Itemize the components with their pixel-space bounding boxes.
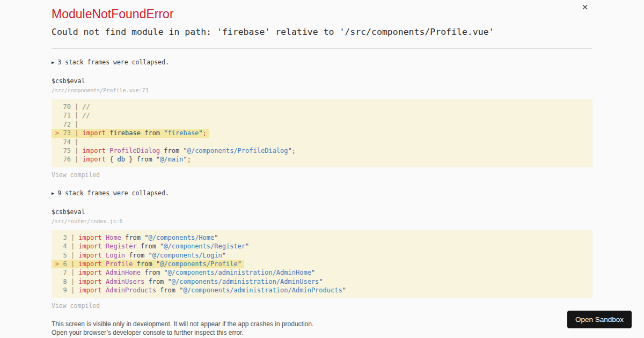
collapsed-frames-toggle-1[interactable]: ▶3 stack frames were collapsed. xyxy=(52,58,592,67)
code-line: > 73 | import firebase from "firebase"; xyxy=(52,129,592,137)
stack-frame-1: ▶3 stack frames were collapsed. $csb$eva… xyxy=(52,58,592,179)
collapsed-frames-label: 3 stack frames were collapsed. xyxy=(57,58,169,66)
collapsed-frames-label: 9 stack frames were collapsed. xyxy=(57,189,169,197)
stack-file-location-1: /src/components/Profile.vue:73 xyxy=(52,87,592,94)
stack-frame-2: ▶9 stack frames were collapsed. $csb$eva… xyxy=(52,189,592,310)
stack-function-name-1: $csb$eval xyxy=(52,77,592,85)
open-sandbox-button[interactable]: Open Sandbox xyxy=(567,311,632,328)
footer-note-console: Open your browser’s developer console to… xyxy=(52,328,592,337)
code-line: 75 | import ProfileDialog from "@/compon… xyxy=(52,146,592,155)
code-line: 7 | import AdminHome from "@/components/… xyxy=(52,268,592,277)
code-line: 74 | xyxy=(52,138,592,146)
expand-arrow-icon: ▶ xyxy=(52,190,54,196)
code-line: 9 | import AdminProducts from "@/compone… xyxy=(52,286,592,295)
code-line: 8 | import AdminUsers from "@/components… xyxy=(52,277,592,286)
stack-file-location-2: /src/router/index.js:6 xyxy=(52,218,592,225)
collapsed-frames-toggle-2[interactable]: ▶9 stack frames were collapsed. xyxy=(52,189,592,197)
code-block-1: 70 | // 71 | // 72 |> 73 | import fireba… xyxy=(52,99,592,167)
code-line: > 6 | import Profile from "@/components/… xyxy=(52,260,592,268)
code-line: 5 | import Login from "@/components/Logi… xyxy=(52,251,592,260)
close-icon[interactable]: × xyxy=(582,2,588,12)
footer-notes: This screen is visible only in developme… xyxy=(52,320,592,338)
code-line: 72 | xyxy=(52,120,592,129)
error-title: ModuleNotFoundError xyxy=(52,8,592,20)
divider xyxy=(52,48,592,49)
code-line: 70 | // xyxy=(52,102,592,111)
code-line: 4 | import Register from "@/components/R… xyxy=(52,242,592,251)
code-line: 71 | // xyxy=(52,111,592,120)
code-block-2: 3 | import Home from "@/components/Home"… xyxy=(52,230,592,298)
code-line: 76 | import { db } from "@/main"; xyxy=(52,155,592,164)
error-message: Could not find module in path: 'firebase… xyxy=(52,26,592,38)
view-compiled-link-2[interactable]: View compiled xyxy=(52,302,592,310)
expand-arrow-icon: ▶ xyxy=(52,60,54,65)
code-line: 3 | import Home from "@/components/Home" xyxy=(52,233,592,242)
view-compiled-link-1[interactable]: View compiled xyxy=(52,171,592,179)
footer-note-development: This screen is visible only in developme… xyxy=(52,320,592,329)
error-overlay: × ModuleNotFoundError Could not find mod… xyxy=(52,0,592,338)
stack-function-name-2: $csb$eval xyxy=(52,208,592,216)
